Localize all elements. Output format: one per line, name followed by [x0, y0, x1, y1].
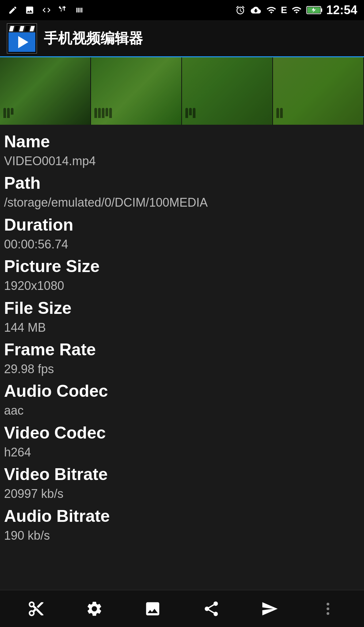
nav-share-button[interactable]: [194, 595, 228, 622]
nav-more-button[interactable]: [311, 595, 345, 622]
gear-icon: [86, 600, 103, 618]
audio-codec-label: Audio Codec aac: [4, 380, 360, 419]
thumbnail-2[interactable]: [91, 57, 182, 125]
thumbnail-4[interactable]: [273, 57, 364, 125]
audio-bitrate-label: Audio Bitrate 190 kb/s: [4, 505, 360, 544]
more-dots-icon: [327, 603, 329, 615]
battery-icon: [306, 4, 323, 16]
nav-cut-button[interactable]: [19, 595, 53, 622]
app-title: 手机视频编辑器: [44, 29, 143, 48]
video-codec-label: Video Codec h264: [4, 422, 360, 461]
usb-icon: [57, 4, 69, 16]
frame-rate-label: Frame Rate 29.98 fps: [4, 339, 360, 378]
download-icon: [250, 4, 262, 16]
edit-icon: [7, 4, 19, 16]
thumbnail-1[interactable]: [0, 57, 91, 125]
signal1-icon: [265, 4, 277, 16]
code-icon: [40, 4, 53, 16]
network-e-icon: E: [281, 5, 287, 16]
time-display: 12:54: [326, 3, 357, 17]
bottom-nav: [0, 590, 364, 627]
alarm-icon: [234, 4, 246, 16]
file-info-section: Name VIDEO0014.mp4 Path /storage/emulate…: [0, 125, 364, 549]
barcode-icon: [74, 4, 86, 16]
status-bar: E 12:54: [0, 0, 364, 20]
status-icons-right: E 12:54: [234, 3, 357, 17]
image-icon: [24, 4, 36, 16]
scissors-icon: [27, 600, 45, 618]
duration-label: Duration 00:00:56.74: [4, 214, 360, 253]
status-icons-left: [7, 4, 86, 16]
nav-gallery-button[interactable]: [136, 595, 170, 622]
picture-size-label: Picture Size 1920x1080: [4, 256, 360, 294]
video-bitrate-label: Video Bitrate 20997 kb/s: [4, 464, 360, 502]
path-label: Path /storage/emulated/0/DCIM/100MEDIA: [4, 172, 360, 211]
app-header: 手机视频编辑器: [0, 20, 364, 57]
signal2-icon: [291, 4, 303, 16]
video-thumbnails: [0, 57, 364, 125]
svg-rect-1: [321, 8, 322, 12]
share-icon: [203, 600, 220, 618]
app-logo: [7, 23, 37, 54]
nav-export-button[interactable]: [253, 595, 286, 622]
gallery-icon: [144, 600, 161, 618]
thumbnail-3[interactable]: [182, 57, 273, 125]
nav-settings-button[interactable]: [78, 595, 111, 622]
name-label: Name VIDEO0014.mp4: [4, 131, 360, 170]
export-icon: [261, 600, 278, 618]
file-size-label: File Size 144 MB: [4, 297, 360, 336]
